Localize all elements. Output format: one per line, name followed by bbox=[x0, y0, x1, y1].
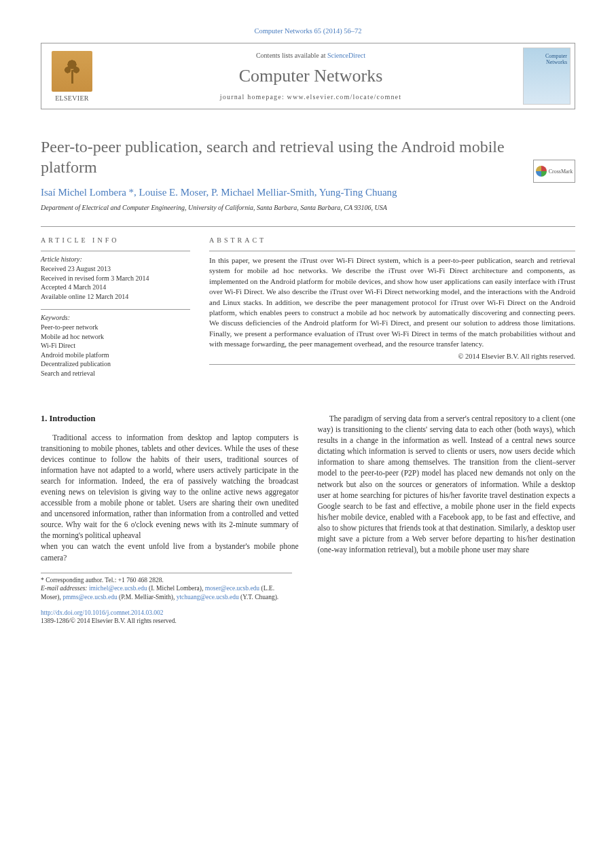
journal-header: ELSEVIER Contents lists available at Sci… bbox=[41, 43, 575, 109]
cover-title: Computer Networks bbox=[526, 54, 567, 66]
email-link[interactable]: pmms@ece.ucsb.edu bbox=[62, 594, 117, 601]
section-heading: 1. Introduction bbox=[41, 413, 299, 425]
article-info-heading: ARTICLE INFO bbox=[41, 236, 190, 244]
elsevier-logo: ELSEVIER bbox=[41, 43, 103, 109]
contents-available: Contents lists available at ScienceDirec… bbox=[109, 52, 512, 59]
corresponding-author: * Corresponding author. Tel.: +1 760 468… bbox=[41, 576, 292, 585]
email-link[interactable]: ytchuang@ece.ucsb.edu bbox=[177, 594, 239, 601]
abstract-copyright: © 2014 Elsevier B.V. All rights reserved… bbox=[209, 353, 575, 360]
crossmark-label: CrossMark bbox=[549, 168, 573, 175]
abstract-rule bbox=[209, 364, 575, 365]
email-addresses: E-mail addresses: imichel@ece.ucsb.edu (… bbox=[41, 584, 292, 602]
email-who: (P.M. Melliar-Smith) bbox=[119, 594, 173, 601]
article-page: Computer Networks 65 (2014) 56–72 ELSEVI… bbox=[0, 0, 616, 653]
doi-block: http://dx.doi.org/10.1016/j.comnet.2014.… bbox=[41, 609, 292, 626]
history-line: Received in revised form 3 March 2014 bbox=[41, 274, 190, 283]
history-line: Received 23 August 2013 bbox=[41, 264, 190, 274]
doi-link[interactable]: http://dx.doi.org/10.1016/j.comnet.2014.… bbox=[41, 609, 164, 616]
history-line: Available online 12 March 2014 bbox=[41, 292, 190, 302]
article-history: Article history: Received 23 August 2013… bbox=[41, 251, 190, 301]
header-center: Contents lists available at ScienceDirec… bbox=[103, 43, 519, 109]
body-paragraph: when you can watch the event unfold live… bbox=[41, 541, 299, 562]
section-title: Introduction bbox=[50, 414, 96, 423]
email-link[interactable]: imichel@ece.ucsb.edu bbox=[89, 585, 147, 592]
abstract-text: In this paper, we present the iTrust ove… bbox=[209, 251, 575, 350]
publisher-name: ELSEVIER bbox=[55, 94, 89, 102]
homepage-prefix: journal homepage: bbox=[220, 93, 287, 101]
abstract-heading: ABSTRACT bbox=[209, 236, 575, 244]
keyword: Mobile ad hoc network bbox=[41, 332, 190, 342]
info-abstract-row: ARTICLE INFO Article history: Received 2… bbox=[41, 226, 575, 386]
body-paragraph: Traditional access to information from d… bbox=[41, 432, 299, 541]
keywords-block: Keywords: Peer-to-peer network Mobile ad… bbox=[41, 309, 190, 378]
email-link[interactable]: moser@ece.ucsb.edu bbox=[205, 585, 260, 592]
crossmark-icon bbox=[536, 166, 547, 177]
authors-line: Isaí Michel Lombera *, Louise E. Moser, … bbox=[41, 187, 575, 198]
article-info-column: ARTICLE INFO Article history: Received 2… bbox=[41, 236, 190, 386]
elsevier-tree-icon bbox=[52, 51, 92, 92]
keywords-label: Keywords: bbox=[41, 314, 190, 321]
journal-title: Computer Networks bbox=[109, 66, 512, 86]
keyword: Android mobile platform bbox=[41, 351, 190, 360]
history-label: Article history: bbox=[41, 255, 190, 263]
journal-reference: Computer Networks 65 (2014) 56–72 bbox=[41, 27, 575, 35]
emails-label: E-mail addresses: bbox=[41, 585, 89, 592]
footnotes: * Corresponding author. Tel.: +1 760 468… bbox=[41, 573, 292, 626]
keyword: Peer-to-peer network bbox=[41, 323, 190, 332]
crossmark-badge[interactable]: CrossMark bbox=[533, 160, 575, 183]
keyword: Search and retrieval bbox=[41, 369, 190, 378]
keyword: Wi-Fi Direct bbox=[41, 341, 190, 351]
email-who: (I. Michel Lombera) bbox=[149, 585, 202, 592]
section-number: 1. bbox=[41, 414, 47, 423]
homepage-url[interactable]: www.elsevier.com/locate/comnet bbox=[287, 93, 402, 101]
body-paragraph: The paradigm of serving data from a serv… bbox=[318, 413, 576, 555]
contents-prefix: Contents lists available at bbox=[256, 52, 327, 59]
journal-homepage: journal homepage: www.elsevier.com/locat… bbox=[109, 93, 512, 101]
sciencedirect-link[interactable]: ScienceDirect bbox=[327, 52, 365, 59]
issn-copyright: 1389-1286/© 2014 Elsevier B.V. All right… bbox=[41, 618, 177, 624]
article-title: Peer-to-peer publication, search and ret… bbox=[41, 137, 575, 177]
email-who: (Y.T. Chuang) bbox=[240, 594, 277, 601]
abstract-column: ABSTRACT In this paper, we present the i… bbox=[209, 236, 575, 386]
affiliation: Department of Electrical and Computer En… bbox=[41, 204, 575, 211]
body-columns: 1. Introduction Traditional access to in… bbox=[41, 413, 575, 563]
keyword: Decentralized publication bbox=[41, 359, 190, 369]
history-line: Accepted 4 March 2014 bbox=[41, 283, 190, 292]
journal-cover-thumbnail: Computer Networks bbox=[523, 48, 570, 105]
